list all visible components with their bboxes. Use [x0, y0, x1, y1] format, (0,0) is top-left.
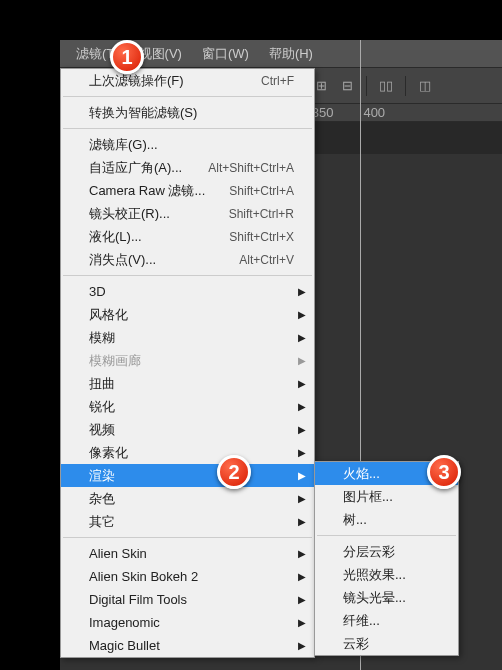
- arrow-icon: ▶: [298, 640, 306, 651]
- menu-label: 渲染: [89, 467, 294, 485]
- menu-label: 锐化: [89, 398, 294, 416]
- arrow-icon: ▶: [298, 309, 306, 320]
- menu-stylize[interactable]: 风格化▶: [61, 303, 314, 326]
- separator: [63, 96, 312, 97]
- filter-dropdown: 上次滤镜操作(F) Ctrl+F 转换为智能滤镜(S) 滤镜库(G)... 自适…: [60, 68, 315, 658]
- menu-label: 镜头校正(R)...: [89, 205, 229, 223]
- menu-shortcut: Shift+Ctrl+R: [229, 207, 294, 221]
- align-icon-2[interactable]: ⊟: [336, 75, 358, 97]
- menu-label: 液化(L)...: [89, 228, 229, 246]
- menu-label: 像素化: [89, 444, 294, 462]
- menu-label: 其它: [89, 513, 294, 531]
- menu-label: 模糊: [89, 329, 294, 347]
- menu-label: 上次滤镜操作(F): [89, 72, 261, 90]
- submenu-clouds[interactable]: 云彩: [315, 632, 458, 655]
- callout-3: 3: [427, 455, 461, 489]
- arrow-icon: ▶: [298, 355, 306, 366]
- arrow-icon: ▶: [298, 332, 306, 343]
- menu-label: Digital Film Tools: [89, 592, 294, 607]
- distribute-icon[interactable]: ▯▯: [375, 75, 397, 97]
- arrow-icon: ▶: [298, 594, 306, 605]
- menu-pixelate[interactable]: 像素化▶: [61, 441, 314, 464]
- ruler-tick: 400: [363, 105, 385, 120]
- menu-label: Alien Skin Bokeh 2: [89, 569, 294, 584]
- menu-window[interactable]: 窗口(W): [192, 45, 259, 63]
- menu-blur[interactable]: 模糊▶: [61, 326, 314, 349]
- menu-label: 3D: [89, 284, 294, 299]
- menu-camera-raw[interactable]: Camera Raw 滤镜...Shift+Ctrl+A: [61, 179, 314, 202]
- menu-label: 镜头光晕...: [343, 589, 438, 607]
- menu-adaptive-wide[interactable]: 自适应广角(A)...Alt+Shift+Ctrl+A: [61, 156, 314, 179]
- arrow-icon: ▶: [298, 424, 306, 435]
- menu-label: 纤维...: [343, 612, 438, 630]
- menu-distort[interactable]: 扭曲▶: [61, 372, 314, 395]
- menu-vanishing-point[interactable]: 消失点(V)...Alt+Ctrl+V: [61, 248, 314, 271]
- arrow-icon: ▶: [298, 286, 306, 297]
- menu-label: 扭曲: [89, 375, 294, 393]
- menu-magic-bullet[interactable]: Magic Bullet▶: [61, 634, 314, 657]
- arrow-icon: ▶: [298, 401, 306, 412]
- menu-label: 杂色: [89, 490, 294, 508]
- menu-label: 图片框...: [343, 488, 438, 506]
- menu-shortcut: Shift+Ctrl+X: [229, 230, 294, 244]
- menu-alien-bokeh[interactable]: Alien Skin Bokeh 2▶: [61, 565, 314, 588]
- arrow-icon: ▶: [298, 378, 306, 389]
- menu-label: 云彩: [343, 635, 438, 653]
- menu-label: Imagenomic: [89, 615, 294, 630]
- menu-liquify[interactable]: 液化(L)...Shift+Ctrl+X: [61, 225, 314, 248]
- menu-label: 视频: [89, 421, 294, 439]
- callout-2: 2: [217, 455, 251, 489]
- menu-label: 分层云彩: [343, 543, 438, 561]
- menu-label: 树...: [343, 511, 438, 529]
- arrow-icon: ▶: [298, 548, 306, 559]
- menu-video[interactable]: 视频▶: [61, 418, 314, 441]
- menu-lens-correct[interactable]: 镜头校正(R)...Shift+Ctrl+R: [61, 202, 314, 225]
- menu-label: 消失点(V)...: [89, 251, 239, 269]
- separator: [63, 537, 312, 538]
- menu-shortcut: Ctrl+F: [261, 74, 294, 88]
- submenu-lens-flare[interactable]: 镜头光晕...: [315, 586, 458, 609]
- menu-noise[interactable]: 杂色▶: [61, 487, 314, 510]
- arrow-icon: ▶: [298, 447, 306, 458]
- menu-shortcut: Shift+Ctrl+A: [229, 184, 294, 198]
- menu-label: 转换为智能滤镜(S): [89, 104, 294, 122]
- menu-imagenomic[interactable]: Imagenomic▶: [61, 611, 314, 634]
- menu-label: 模糊画廊: [89, 352, 294, 370]
- menu-sharpen[interactable]: 锐化▶: [61, 395, 314, 418]
- menu-label: Camera Raw 滤镜...: [89, 182, 229, 200]
- menu-blur-gallery: 模糊画廊▶: [61, 349, 314, 372]
- menu-label: 滤镜库(G)...: [89, 136, 294, 154]
- menu-label: 风格化: [89, 306, 294, 324]
- menu-other[interactable]: 其它▶: [61, 510, 314, 533]
- separator: [317, 535, 456, 536]
- menu-3d[interactable]: 3D▶: [61, 280, 314, 303]
- menu-label: 自适应广角(A)...: [89, 159, 208, 177]
- menu-label: 光照效果...: [343, 566, 438, 584]
- mode-icon[interactable]: ◫: [414, 75, 436, 97]
- arrow-icon: ▶: [298, 516, 306, 527]
- menu-label: 火焰...: [343, 465, 438, 483]
- menu-alien-skin[interactable]: Alien Skin▶: [61, 542, 314, 565]
- arrow-icon: ▶: [298, 493, 306, 504]
- submenu-diff-clouds[interactable]: 分层云彩: [315, 540, 458, 563]
- arrow-icon: ▶: [298, 617, 306, 628]
- submenu-fibers[interactable]: 纤维...: [315, 609, 458, 632]
- menu-filter-gallery[interactable]: 滤镜库(G)...: [61, 133, 314, 156]
- menu-smart-filter[interactable]: 转换为智能滤镜(S): [61, 101, 314, 124]
- separator: [63, 128, 312, 129]
- menu-digital-film[interactable]: Digital Film Tools▶: [61, 588, 314, 611]
- arrow-icon: ▶: [298, 470, 306, 481]
- callout-1: 1: [110, 40, 144, 74]
- separator: [63, 275, 312, 276]
- submenu-lighting[interactable]: 光照效果...: [315, 563, 458, 586]
- menu-help[interactable]: 帮助(H): [259, 45, 323, 63]
- submenu-picture-frame[interactable]: 图片框...: [315, 485, 458, 508]
- menu-shortcut: Alt+Ctrl+V: [239, 253, 294, 267]
- menu-render[interactable]: 渲染▶: [61, 464, 314, 487]
- submenu-tree[interactable]: 树...: [315, 508, 458, 531]
- render-submenu: 火焰... 图片框... 树... 分层云彩 光照效果... 镜头光晕... 纤…: [314, 461, 459, 656]
- menu-label: Alien Skin: [89, 546, 294, 561]
- menu-last-filter[interactable]: 上次滤镜操作(F) Ctrl+F: [61, 69, 314, 92]
- menu-label: Magic Bullet: [89, 638, 294, 653]
- menu-shortcut: Alt+Shift+Ctrl+A: [208, 161, 294, 175]
